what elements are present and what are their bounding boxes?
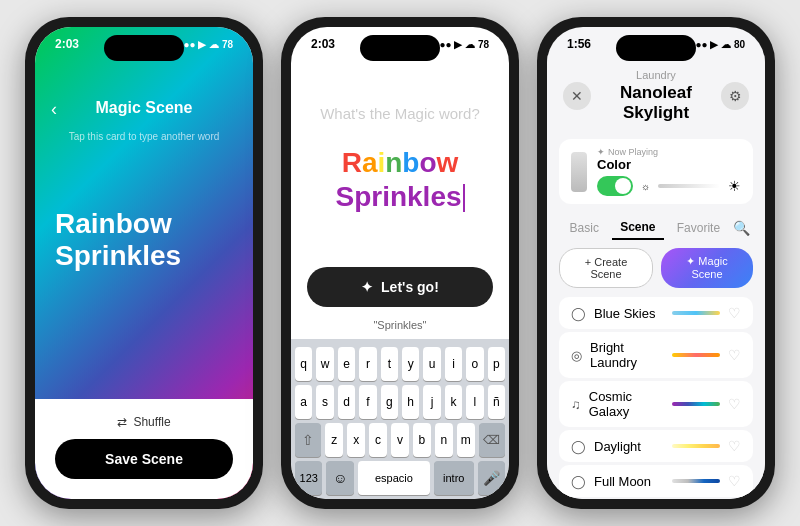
settings-button[interactable]: ⚙	[721, 82, 749, 110]
favorite-icon[interactable]: ♡	[728, 473, 741, 489]
p1-subtitle: Tap this card to type another word	[35, 125, 253, 148]
emoji-key[interactable]: ☺	[326, 461, 353, 495]
scene-icon: ◎	[571, 348, 582, 363]
status-time-3: 1:56	[567, 37, 591, 51]
key-b[interactable]: b	[413, 423, 431, 457]
scene-name: Full Moon	[594, 474, 672, 489]
scene-item-blue-skies[interactable]: ◯ Blue Skies ♡	[559, 297, 753, 329]
create-scene-button[interactable]: + Create Scene	[559, 248, 653, 288]
p3-scenes-list: ◯ Blue Skies ♡ ◎ Bright Laundry ♡ ♫ Cosm…	[547, 294, 765, 499]
dynamic-island-2	[360, 35, 440, 61]
scene-name: Bright Laundry	[590, 340, 672, 370]
phone-3: 1:56 ●●● ▶ ☁ 80 ✕ Laundry Nanoleaf Skyli…	[537, 17, 775, 509]
key-u[interactable]: u	[423, 347, 440, 381]
key-p[interactable]: p	[488, 347, 505, 381]
scene-icon: ◯	[571, 306, 586, 321]
scene-color-bar	[672, 402, 720, 406]
scene-item-bright-laundry[interactable]: ◎ Bright Laundry ♡	[559, 332, 753, 378]
scene-color-bar	[672, 353, 720, 357]
key-v[interactable]: v	[391, 423, 409, 457]
key-h[interactable]: h	[402, 385, 419, 419]
key-n-tilde[interactable]: ñ	[488, 385, 505, 419]
magic-scene-button[interactable]: ✦ Magic Scene	[661, 248, 753, 288]
key-m[interactable]: m	[457, 423, 475, 457]
favorite-icon[interactable]: ♡	[728, 347, 741, 363]
p3-actions: + Create Scene ✦ Magic Scene	[547, 244, 765, 294]
phone-1: 2:03 ●●● ▶ ☁ 78 ‹ Magic Scene Tap this c…	[25, 17, 263, 509]
key-i[interactable]: i	[445, 347, 462, 381]
delete-key[interactable]: ⌫	[479, 423, 505, 457]
save-scene-button[interactable]: Save Scene	[55, 439, 233, 479]
phone-2: 2:03 ●●● ▶ ☁ 78 What's the Magic word? R…	[281, 17, 519, 509]
kb-row-3: ⇧ z x c v b n m ⌫	[295, 423, 505, 457]
brightness-high-icon: ☀	[728, 178, 741, 194]
mic-key[interactable]: 🎤	[478, 461, 505, 495]
key-x[interactable]: x	[347, 423, 365, 457]
favorite-icon[interactable]: ♡	[728, 396, 741, 412]
key-f[interactable]: f	[359, 385, 376, 419]
key-t[interactable]: t	[381, 347, 398, 381]
back-button-1[interactable]: ‹	[51, 99, 57, 120]
light-device-icon	[571, 152, 587, 192]
p3-device-info: ✦ Now Playing Color ☼ ☀	[597, 147, 741, 196]
scene-item-cosmic-galaxy[interactable]: ♫ Cosmic Galaxy ♡	[559, 381, 753, 427]
key-c[interactable]: c	[369, 423, 387, 457]
key-a[interactable]: a	[295, 385, 312, 419]
search-icon[interactable]: 🔍	[733, 220, 750, 236]
scene-item-daylight[interactable]: ◯ Daylight ♡	[559, 430, 753, 462]
lets-go-button[interactable]: ✦ Let's go!	[307, 267, 493, 307]
num-key[interactable]: 123	[295, 461, 322, 495]
sparkle-icon: ✦	[597, 147, 605, 157]
key-e[interactable]: e	[338, 347, 355, 381]
status-icons-1: ●●● ▶ ☁ 78	[177, 39, 233, 50]
favorite-icon[interactable]: ♡	[728, 305, 741, 321]
tab-basic[interactable]: Basic	[562, 217, 607, 239]
scene-color-bar	[672, 479, 720, 483]
text-cursor	[463, 184, 465, 212]
scene-name: Blue Skies	[594, 306, 672, 321]
p1-header: ‹ Magic Scene	[35, 55, 253, 125]
p1-bottom: ⇄ Shuffle Save Scene	[35, 399, 253, 499]
scene-icon: ◯	[571, 474, 586, 489]
p2-top-area: What's the Magic word? Rainbow Sprinkles	[291, 55, 509, 267]
shuffle-icon: ⇄	[117, 415, 127, 429]
key-z[interactable]: z	[325, 423, 343, 457]
key-r[interactable]: r	[359, 347, 376, 381]
key-l[interactable]: l	[466, 385, 483, 419]
power-toggle[interactable]	[597, 176, 633, 196]
phone2-content: 2:03 ●●● ▶ ☁ 78 What's the Magic word? R…	[291, 27, 509, 499]
key-w[interactable]: w	[316, 347, 333, 381]
p2-sprinkles-word: Sprinkles	[335, 180, 464, 214]
kb-bottom-row: 123 ☺ espacio intro 🎤	[295, 461, 505, 495]
favorite-icon[interactable]: ♡	[728, 438, 741, 454]
p3-header: ✕ Laundry Nanoleaf Skylight ⚙	[547, 55, 765, 131]
key-o[interactable]: o	[466, 347, 483, 381]
tab-scene[interactable]: Scene	[612, 216, 663, 240]
kb-row-1: q w e r t y u i o p	[295, 347, 505, 381]
scene-item-full-moon[interactable]: ◯ Full Moon ♡	[559, 465, 753, 497]
p3-now-playing: ✦ Now Playing	[597, 147, 741, 157]
key-s[interactable]: s	[316, 385, 333, 419]
p1-main-text: Rainbow Sprinkles	[35, 148, 253, 272]
key-y[interactable]: y	[402, 347, 419, 381]
brightness-slider[interactable]	[658, 184, 720, 188]
keyboard[interactable]: q w e r t y u i o p a s d f g h	[291, 339, 509, 499]
status-time-1: 2:03	[55, 37, 79, 51]
key-k[interactable]: k	[445, 385, 462, 419]
key-d[interactable]: d	[338, 385, 355, 419]
intro-key[interactable]: intro	[434, 461, 474, 495]
shuffle-button[interactable]: ⇄ Shuffle	[55, 409, 233, 435]
key-n[interactable]: n	[435, 423, 453, 457]
space-key[interactable]: espacio	[358, 461, 430, 495]
key-q[interactable]: q	[295, 347, 312, 381]
status-time-2: 2:03	[311, 37, 335, 51]
p3-toggle-row: ☼ ☀	[597, 176, 741, 196]
key-j[interactable]: j	[423, 385, 440, 419]
tab-favorite[interactable]: Favorite	[669, 217, 728, 239]
close-button[interactable]: ✕	[563, 82, 591, 110]
phone1-content: 2:03 ●●● ▶ ☁ 78 ‹ Magic Scene Tap this c…	[35, 27, 253, 499]
key-g[interactable]: g	[381, 385, 398, 419]
brightness-low-icon: ☼	[641, 181, 650, 192]
shift-key[interactable]: ⇧	[295, 423, 321, 457]
status-icons-2: ●●● ▶ ☁ 78	[433, 39, 489, 50]
